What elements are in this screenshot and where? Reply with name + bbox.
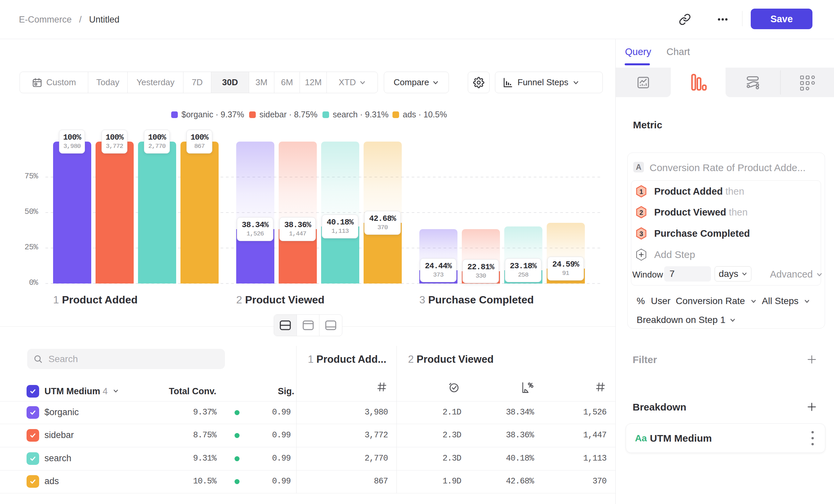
svg-text:1: 1 [639,188,643,195]
svg-text:2: 2 [639,209,643,216]
svg-text:3: 3 [639,230,643,237]
